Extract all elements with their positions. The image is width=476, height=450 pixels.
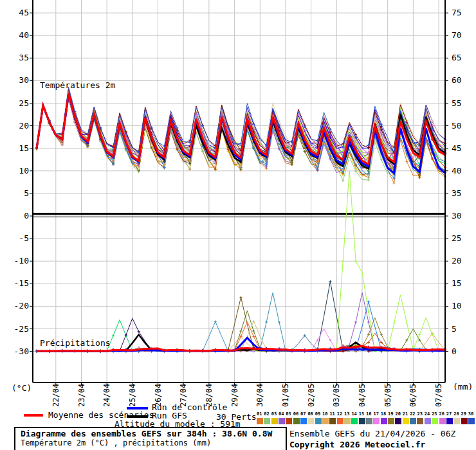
pert-number-label: 20 — [395, 411, 400, 417]
pert-color-swatch — [315, 418, 322, 424]
right-axis-tick-label: 20 — [452, 256, 462, 266]
pert-color-swatch — [403, 418, 409, 424]
left-axis-tick-label: -20 — [14, 301, 29, 310]
left-axis-tick-label: 15 — [19, 143, 29, 153]
gfs-line-swatch — [127, 415, 148, 418]
left-axis-tick-label: -30 — [14, 346, 29, 356]
left-axis-tick-label: 0 — [24, 211, 29, 221]
right-axis-tick-label: 40 — [452, 166, 462, 176]
pert-number-label: 30 — [468, 411, 473, 417]
pert-number-label: 12 — [337, 411, 342, 417]
pert-number-label: 10 — [322, 411, 327, 417]
right-axis-tick-label: 25 — [452, 233, 462, 243]
chart-subtitle: Température 2m (°C) , précipitations (mm… — [21, 439, 286, 447]
pert-number-label: 24 — [425, 411, 430, 417]
pert-number-label: 01 — [257, 411, 262, 417]
pert-number-label: 13 — [344, 411, 349, 417]
zero-line-separator — [33, 213, 445, 215]
left-axis-tick-label: 25 — [19, 98, 29, 108]
pert-number-label: 02 — [264, 411, 269, 417]
pert-color-swatch — [453, 418, 460, 424]
pert-color-swatch — [344, 418, 351, 424]
chart-title-box: Diagramme des ensembles GEFS sur 384h : … — [14, 427, 287, 450]
pert-number-label: 03 — [271, 411, 277, 417]
pert-number-label: 07 — [300, 411, 306, 417]
pert-color-swatch — [446, 418, 453, 424]
pert-color-swatch — [388, 418, 394, 424]
left-axis-tick-label: 45 — [19, 8, 29, 17]
pert-color-swatch — [293, 418, 300, 424]
left-axis-tick-label: -25 — [14, 324, 29, 334]
pert-color-swatch — [461, 418, 468, 424]
date-tick-label: 05/05 — [383, 384, 392, 407]
left-axis-tick-label: -10 — [14, 256, 29, 266]
left-axis-tick-label: 30 — [19, 75, 29, 85]
left-axis-tick-label: 35 — [19, 53, 29, 62]
copyright-label: Copyright 2026 Meteociel.fr — [289, 440, 425, 449]
pert-number-label: 22 — [410, 411, 415, 417]
right-axis-tick-label: 50 — [452, 121, 462, 130]
pert-color-swatch — [329, 418, 336, 424]
right-axis-tick-label: 45 — [452, 143, 462, 153]
date-tick-label: 25/04 — [128, 384, 137, 407]
right-axis-unit: (mm) — [453, 382, 473, 392]
pert-number-label: 06 — [293, 411, 298, 417]
left-axis-tick-label: 20 — [19, 121, 29, 130]
pert-color-swatch — [425, 418, 431, 424]
left-axis-unit: (°C) — [12, 383, 32, 393]
date-tick-label: 29/04 — [230, 384, 239, 407]
pert-color-swatch — [300, 418, 307, 424]
temp-member-lines — [35, 87, 446, 184]
pert-number-label: 15 — [359, 411, 364, 417]
right-axis-tick-label: 30 — [452, 211, 462, 221]
pert-color-swatch — [286, 418, 292, 424]
pert-number-label: 04 — [279, 411, 284, 417]
right-axis-tick-label: 75 — [452, 8, 462, 17]
pert-color-swatch — [439, 418, 446, 424]
pert-number-label: 09 — [315, 411, 320, 417]
mean-line-swatch — [24, 414, 43, 417]
pert-color-swatch — [257, 418, 263, 424]
temperature-panel-label: Températures 2m — [40, 80, 116, 90]
pert-color-swatch — [366, 418, 372, 424]
precip-member-lines — [35, 171, 446, 353]
pert-color-swatch — [359, 418, 365, 424]
pert-number-label: 05 — [286, 411, 291, 417]
date-tick-label: 23/04 — [77, 384, 86, 407]
date-tick-label: 06/05 — [408, 384, 417, 407]
pert-color-swatch — [373, 418, 380, 424]
right-axis-tick-label: 55 — [452, 98, 462, 108]
pert-color-swatch — [307, 418, 314, 424]
pert-number-label: 18 — [381, 411, 386, 417]
pert-color-swatch — [322, 418, 329, 424]
pert-number-label: 08 — [307, 411, 313, 417]
right-axis-tick-label: 5 — [452, 324, 457, 334]
gefs-ensemble-diagram: 454035302520151050-5-10-15-20-25-3075706… — [0, 0, 476, 450]
pert-number-label: 26 — [439, 411, 444, 417]
date-tick-label: 07/05 — [434, 384, 443, 407]
pert-color-swatch — [337, 418, 343, 424]
chart-title: Diagramme des ensembles GEFS sur 384h : … — [21, 429, 286, 438]
left-axis-tick-label: 40 — [19, 30, 29, 40]
precipitation-panel-label: Précipitations — [40, 338, 111, 348]
left-axis-tick-label: -5 — [19, 233, 29, 243]
left-axis-tick-label: 5 — [24, 188, 29, 198]
pert-number-label: 28 — [453, 411, 459, 417]
gridlines — [33, 0, 445, 382]
pert-number-label: 25 — [432, 411, 437, 417]
pert-color-swatch — [432, 418, 438, 424]
pert-color-swatch — [271, 418, 278, 424]
run-info-label: Ensemble GEFS du 21/04/2026 - 06Z — [289, 429, 455, 438]
pert-number-label: 14 — [351, 411, 356, 417]
pert-number-label: 23 — [417, 411, 422, 417]
left-axis-tick-label: -15 — [14, 278, 29, 288]
right-axis-tick-label: 65 — [452, 53, 462, 62]
pert-number-label: 29 — [461, 411, 466, 417]
right-axis-tick-label: 15 — [452, 278, 462, 288]
date-tick-label: 01/05 — [281, 384, 290, 407]
date-tick-label: 03/05 — [332, 384, 341, 407]
pert-color-swatch — [417, 418, 423, 424]
date-tick-label: 24/04 — [102, 384, 111, 407]
pert-number-label: 21 — [403, 411, 408, 417]
pert-number-label: 17 — [373, 411, 378, 417]
